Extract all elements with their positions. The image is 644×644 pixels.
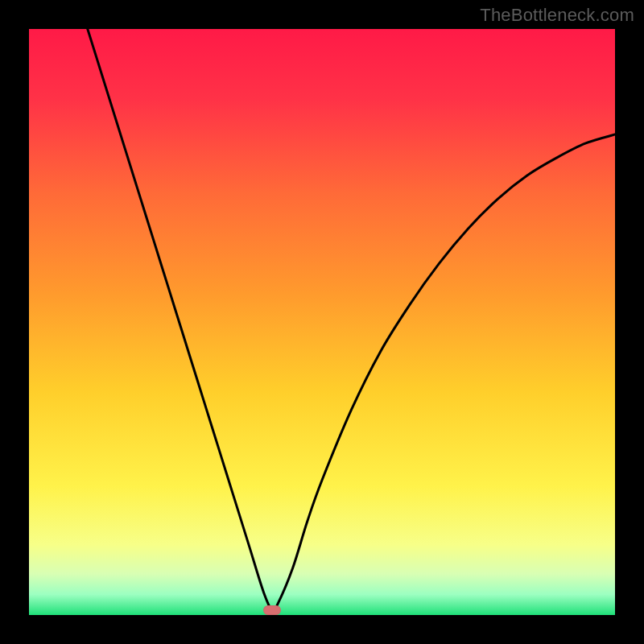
plot-area — [29, 29, 615, 615]
bottleneck-chart — [29, 29, 615, 615]
chart-frame: TheBottleneck.com — [0, 0, 644, 644]
watermark-text: TheBottleneck.com — [480, 5, 634, 26]
gradient-background — [29, 29, 615, 615]
minimum-marker — [263, 605, 281, 615]
